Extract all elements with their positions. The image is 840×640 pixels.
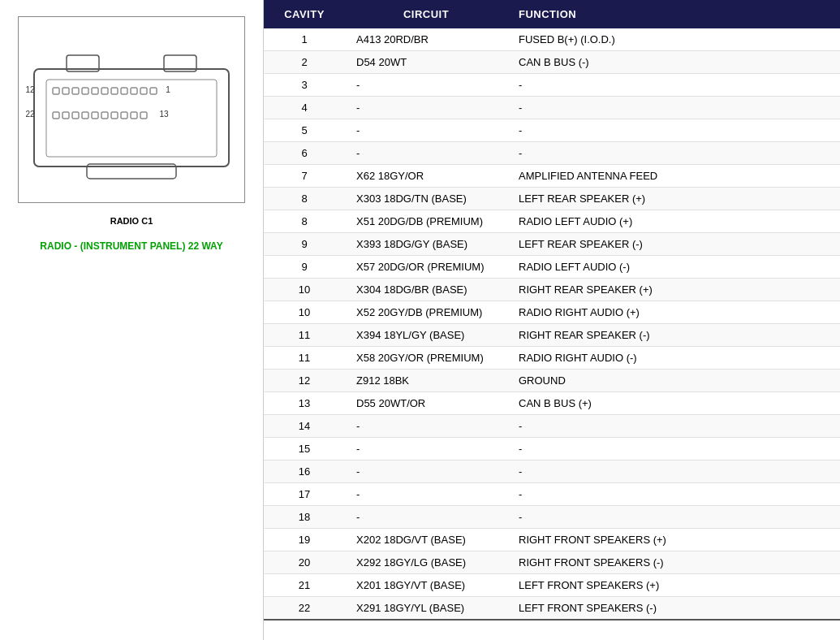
cell-cavity: 9	[264, 256, 345, 279]
connector-diagram: 12 1 22 13	[18, 16, 245, 203]
svg-rect-14	[140, 88, 147, 94]
table-row: 14--	[264, 415, 840, 438]
cell-circuit: X57 20DG/OR (PREMIUM)	[345, 256, 507, 279]
svg-rect-9	[92, 88, 98, 94]
cell-circuit: -	[345, 461, 507, 483]
cell-circuit: X202 18DG/VT (BASE)	[345, 529, 507, 551]
svg-rect-11	[111, 88, 118, 94]
cell-function: -	[507, 461, 840, 483]
cell-function: RADIO LEFT AUDIO (+)	[507, 210, 840, 233]
svg-rect-6	[62, 88, 69, 94]
cell-circuit: X58 20GY/OR (PREMIUM)	[345, 347, 507, 370]
cell-cavity: 1	[264, 28, 345, 51]
cell-circuit: A413 20RD/BR	[345, 28, 507, 51]
cell-circuit: -	[345, 415, 507, 438]
cell-circuit: D55 20WT/OR	[345, 392, 507, 415]
table-row: 8X303 18DG/TN (BASE)LEFT REAR SPEAKER (+…	[264, 188, 840, 210]
table-row: 7X62 18GY/ORAMPLIFIED ANTENNA FEED	[264, 165, 840, 188]
cell-circuit: X51 20DG/DB (PREMIUM)	[345, 210, 507, 233]
cell-cavity: 13	[264, 392, 345, 415]
connector-label: RADIO C1	[110, 216, 153, 226]
cell-circuit: X52 20GY/DB (PREMIUM)	[345, 301, 507, 324]
cell-cavity: 9	[264, 233, 345, 256]
table-row: 3--	[264, 74, 840, 97]
cell-circuit: -	[345, 483, 507, 506]
cell-cavity: 3	[264, 74, 345, 97]
svg-rect-0	[34, 69, 229, 166]
cell-cavity: 8	[264, 188, 345, 210]
connector-title: RADIO - (INSTRUMENT PANEL) 22 WAY	[40, 240, 222, 252]
cell-circuit: -	[345, 119, 507, 142]
svg-text:22: 22	[25, 110, 35, 119]
cell-function: LEFT FRONT SPEAKERS (-)	[507, 597, 840, 621]
table-row: 11X58 20GY/OR (PREMIUM)RADIO RIGHT AUDIO…	[264, 347, 840, 370]
svg-rect-8	[82, 88, 88, 94]
cell-function: RADIO RIGHT AUDIO (+)	[507, 301, 840, 324]
right-panel: CAVITY CIRCUIT FUNCTION 1A413 20RD/BRFUS…	[264, 0, 840, 640]
cell-cavity: 5	[264, 119, 345, 142]
cell-cavity: 22	[264, 597, 345, 621]
svg-rect-23	[121, 112, 127, 119]
cell-cavity: 20	[264, 551, 345, 574]
cell-circuit: -	[345, 506, 507, 529]
cell-cavity: 17	[264, 483, 345, 506]
svg-rect-18	[72, 112, 79, 119]
cell-cavity: 12	[264, 370, 345, 392]
cell-function: -	[507, 142, 840, 165]
cell-function: -	[507, 97, 840, 119]
cell-function: RADIO LEFT AUDIO (-)	[507, 256, 840, 279]
table-row: 12Z912 18BKGROUND	[264, 370, 840, 392]
table-row: 11X394 18YL/GY (BASE)RIGHT REAR SPEAKER …	[264, 324, 840, 347]
left-panel: 12 1 22 13 RADIO C1 RADIO - (INSTRUMENT …	[0, 0, 264, 640]
cell-circuit: -	[345, 74, 507, 97]
table-row: 8X51 20DG/DB (PREMIUM)RADIO LEFT AUDIO (…	[264, 210, 840, 233]
cell-function: -	[507, 438, 840, 461]
cell-cavity: 19	[264, 529, 345, 551]
svg-rect-22	[111, 112, 118, 119]
cell-circuit: X62 18GY/OR	[345, 165, 507, 188]
table-row: 13D55 20WT/ORCAN B BUS (+)	[264, 392, 840, 415]
cell-function: RIGHT REAR SPEAKER (-)	[507, 324, 840, 347]
table-row: 15--	[264, 438, 840, 461]
cell-function: CAN B BUS (-)	[507, 51, 840, 74]
table-footer	[264, 620, 840, 627]
table-row: 16--	[264, 461, 840, 483]
table-row: 21X201 18GY/VT (BASE)LEFT FRONT SPEAKERS…	[264, 574, 840, 597]
svg-rect-12	[121, 88, 127, 94]
cell-circuit: X303 18DG/TN (BASE)	[345, 188, 507, 210]
cell-cavity: 6	[264, 142, 345, 165]
cell-cavity: 18	[264, 506, 345, 529]
cell-cavity: 2	[264, 51, 345, 74]
svg-rect-20	[92, 112, 98, 119]
cell-circuit: X394 18YL/GY (BASE)	[345, 324, 507, 347]
table-row: 9X393 18DG/GY (BASE)LEFT REAR SPEAKER (-…	[264, 233, 840, 256]
cell-circuit: X393 18DG/GY (BASE)	[345, 233, 507, 256]
cell-cavity: 21	[264, 574, 345, 597]
cell-function: AMPLIFIED ANTENNA FEED	[507, 165, 840, 188]
cell-circuit: X291 18GY/YL (BASE)	[345, 597, 507, 621]
cell-function: LEFT REAR SPEAKER (-)	[507, 233, 840, 256]
cell-function: -	[507, 506, 840, 529]
cell-function: RIGHT FRONT SPEAKERS (-)	[507, 551, 840, 574]
table-row: 5--	[264, 119, 840, 142]
cell-circuit: -	[345, 97, 507, 119]
cell-circuit: Z912 18BK	[345, 370, 507, 392]
table-row: 19X202 18DG/VT (BASE)RIGHT FRONT SPEAKER…	[264, 529, 840, 551]
svg-rect-5	[53, 88, 59, 94]
cell-cavity: 11	[264, 347, 345, 370]
cell-circuit: D54 20WT	[345, 51, 507, 74]
cell-circuit: X201 18GY/VT (BASE)	[345, 574, 507, 597]
svg-rect-7	[72, 88, 79, 94]
cell-function: LEFT REAR SPEAKER (+)	[507, 188, 840, 210]
cell-function: -	[507, 119, 840, 142]
cell-function: -	[507, 415, 840, 438]
svg-rect-19	[82, 112, 88, 119]
cell-cavity: 16	[264, 461, 345, 483]
cell-cavity: 10	[264, 279, 345, 301]
cell-function: LEFT FRONT SPEAKERS (+)	[507, 574, 840, 597]
table-row: 10X52 20GY/DB (PREMIUM)RADIO RIGHT AUDIO…	[264, 301, 840, 324]
svg-rect-17	[62, 112, 69, 119]
cell-function: GROUND	[507, 370, 840, 392]
svg-text:12: 12	[25, 85, 35, 94]
svg-rect-21	[101, 112, 108, 119]
